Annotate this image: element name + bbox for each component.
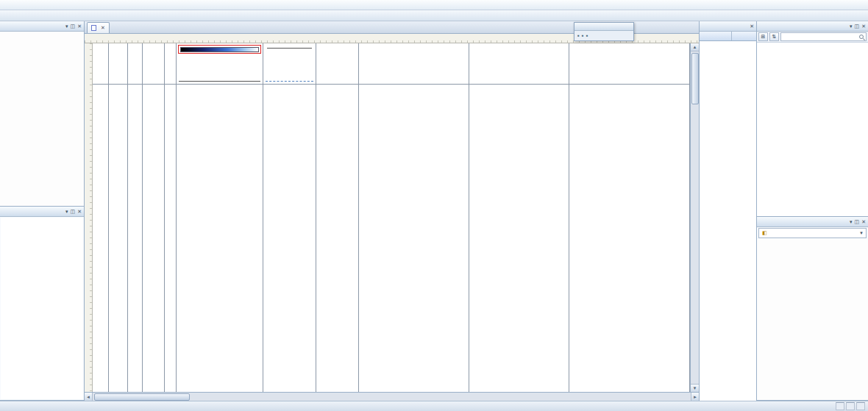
depth-column-header[interactable]: [700, 32, 732, 40]
density-scale[interactable]: [265, 45, 314, 50]
clock: [856, 402, 865, 410]
vol-analysis-track-body: [316, 85, 358, 392]
protection-key-icon[interactable]: ▪: [582, 32, 584, 39]
properties-title-bar: ▾ ◫ ✕: [757, 21, 868, 32]
data-table-title-bar: ✕: [700, 21, 756, 32]
menu-bar: [0, 0, 868, 10]
density-track-body: [263, 85, 316, 392]
annotation-panel: ▾ ◫ ✕ ◧ ▼: [757, 217, 868, 401]
lithology-track: [143, 43, 165, 392]
porosity-scale[interactable]: [266, 79, 313, 82]
well-log-view: ▲ ▼ ◄ ►: [85, 34, 699, 401]
close-icon[interactable]: ✕: [77, 209, 82, 215]
panel-menu-icon[interactable]: ▾: [65, 209, 68, 215]
search-input[interactable]: [780, 32, 867, 41]
gamma-ray-scale-selected[interactable]: [178, 45, 261, 54]
main-area: ▾ ◫ ✕ ▾ ◫ ✕: [0, 21, 868, 401]
gamma-ray-track-body: [177, 85, 263, 392]
scroll-right-icon[interactable]: ►: [691, 393, 699, 401]
histogram-track: [469, 43, 569, 392]
scroll-up-icon[interactable]: ▲: [691, 43, 699, 51]
protection-lock-icon[interactable]: ▪: [577, 32, 580, 39]
lithology-split-track: [165, 43, 177, 392]
pin-icon[interactable]: ◫: [71, 24, 76, 29]
horizontal-scroll-thumb[interactable]: [94, 393, 190, 401]
vertical-scrollbar[interactable]: ▲ ▼: [690, 43, 699, 392]
histogram-track-body: [469, 85, 569, 392]
pin-icon[interactable]: ◫: [855, 219, 860, 225]
protection-toolbar-title: [574, 23, 633, 31]
explorer-title-bar: ▾ ◫ ✕: [0, 21, 84, 32]
panel-menu-icon[interactable]: ▾: [850, 219, 853, 225]
properties-panel: ▾ ◫ ✕ ⊞ ⇅: [757, 21, 868, 217]
seam-track-body: [93, 85, 108, 392]
vol-analysis-header[interactable]: [316, 43, 358, 85]
gamma-ray-track: [177, 43, 263, 392]
cross-plot-header[interactable]: [359, 43, 469, 85]
cross-plot-track-body: [359, 85, 469, 392]
depth-track: [109, 43, 128, 392]
log-summary-chart: [1, 218, 83, 399]
ternary-header[interactable]: [569, 43, 689, 85]
data-table-panel: ✕: [699, 21, 756, 401]
main-toolbar: [0, 10, 868, 21]
tab-close-icon[interactable]: ✕: [101, 25, 105, 31]
right-dock: ▾ ◫ ✕ ⊞ ⇅: [756, 21, 868, 401]
explorer-panel: ▾ ◫ ✕: [0, 21, 84, 207]
annotation-list: [757, 239, 868, 400]
document-tab[interactable]: ✕: [87, 22, 110, 33]
depth-track-header[interactable]: [109, 43, 127, 85]
code-column-header[interactable]: [732, 32, 756, 40]
depth-track-body: [109, 85, 127, 392]
vol-analysis-track: [316, 43, 359, 392]
seam-track-header[interactable]: [93, 43, 108, 85]
density-track-header[interactable]: [263, 43, 316, 85]
lithology-track-header[interactable]: [143, 43, 164, 85]
histogram-header[interactable]: [469, 43, 569, 85]
categorize-icon[interactable]: ⊞: [758, 32, 768, 41]
document-area: ✕: [85, 21, 699, 401]
scroll-down-icon[interactable]: ▼: [691, 384, 699, 392]
search-icon: [859, 35, 864, 39]
gamma-ray-track-header[interactable]: [177, 43, 263, 85]
protection-shield-icon[interactable]: ▪: [586, 32, 588, 39]
properties-grid: [757, 43, 868, 216]
close-icon[interactable]: ✕: [750, 24, 754, 29]
panel-menu-icon[interactable]: ▾: [65, 24, 68, 29]
close-icon[interactable]: ✕: [77, 24, 82, 29]
close-icon[interactable]: ✕: [861, 219, 866, 225]
properties-toolbar: ⊞ ⇅: [757, 32, 868, 43]
caliper-scale[interactable]: [179, 79, 260, 82]
tvd-track-body: [128, 85, 142, 392]
explorer-tree: [0, 32, 84, 206]
tvd-track: [128, 43, 143, 392]
document-icon: [91, 25, 96, 31]
pin-icon[interactable]: ◫: [71, 209, 76, 215]
panel-menu-icon[interactable]: ▾: [850, 24, 853, 29]
chevron-down-icon: ▼: [859, 231, 864, 235]
comment-icon: ◧: [761, 230, 768, 236]
track-row: ▲ ▼: [85, 43, 699, 392]
vertical-scroll-thumb[interactable]: [691, 53, 699, 104]
scroll-left-icon[interactable]: ◄: [85, 393, 93, 401]
seam-track: [93, 43, 109, 392]
lithology-split-header[interactable]: [165, 43, 176, 85]
ternary-track-body: [569, 85, 689, 392]
left-dock: ▾ ◫ ✕ ▾ ◫ ✕: [0, 21, 85, 401]
data-table-header: [700, 32, 756, 41]
annotation-type-select[interactable]: ◧ ▼: [758, 228, 867, 238]
pin-icon[interactable]: ◫: [855, 24, 860, 29]
app-window: ▾ ◫ ✕ ▾ ◫ ✕: [0, 0, 868, 411]
protection-floating-toolbar[interactable]: ▪ ▪ ▪: [574, 22, 634, 41]
close-icon[interactable]: ✕: [861, 24, 866, 29]
annotation-title-bar: ▾ ◫ ✕: [757, 217, 868, 227]
gamma-palette-bar: [180, 47, 259, 52]
lithology-track-body: [143, 85, 164, 392]
sort-alpha-icon[interactable]: ⇅: [769, 32, 779, 41]
status-bar: [0, 401, 868, 411]
horizontal-scrollbar[interactable]: ◄ ►: [85, 392, 699, 401]
tvd-track-header[interactable]: [128, 43, 142, 85]
log-summary-title-bar: ▾ ◫ ✕: [0, 207, 84, 217]
vertical-ruler: [85, 43, 93, 392]
log-summary-panel: ▾ ◫ ✕: [0, 207, 84, 401]
